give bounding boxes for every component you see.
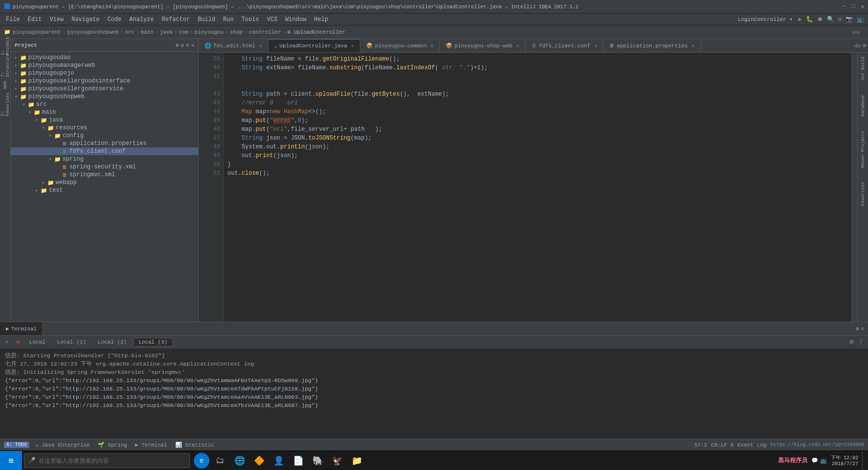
tree-item-pinyougousellergoodsservice[interactable]: ▸ 📁 pinyougousellergoodsservice xyxy=(11,85,198,93)
tree-item-test[interactable]: ▸ 📁 test xyxy=(11,186,198,194)
minimize-button[interactable]: ─ xyxy=(843,3,846,10)
tree-item-pinyougoumanagerweb[interactable]: ▸ 📁 pinyougoumanagerweb xyxy=(11,61,198,69)
project-tool-icon[interactable]: 1: Project xyxy=(0,41,10,51)
taskbar-search-input[interactable] xyxy=(39,457,186,464)
menu-refactor[interactable]: Refactor xyxy=(158,15,194,24)
web-tool-icon[interactable]: Web xyxy=(0,80,10,90)
tree-item-application-properties[interactable]: ▸ 🗎 application.properties xyxy=(11,140,198,147)
tree-item-fdfs-client-conf[interactable]: ▸ 🗎 fdfs_client.conf xyxy=(11,147,198,155)
menu-tools[interactable]: Tools xyxy=(238,15,263,24)
database-label[interactable]: Database xyxy=(860,93,867,118)
tree-item-pinyougoudao[interactable]: ▸ 📁 pinyougoudao xyxy=(11,54,198,61)
menu-view[interactable]: View xyxy=(46,15,68,24)
tab-menu-btn[interactable]: ≡ xyxy=(863,42,866,49)
menu-code[interactable]: Code xyxy=(103,15,125,24)
todo-status[interactable]: 6: TODO xyxy=(4,442,29,448)
toolbar-record-btn[interactable]: ⏺ xyxy=(815,16,825,23)
terminal-tab[interactable]: ▶ Terminal xyxy=(0,322,43,335)
taskbar-app-chrome[interactable]: 🌐 xyxy=(231,452,248,470)
toolbar-debug-btn[interactable]: 🐛 xyxy=(804,16,815,23)
breadcrumb-part-2[interactable]: pinyougoushopweb xyxy=(67,29,119,35)
tab-pinyougou-common[interactable]: 📦 pinyougou-common ✕ xyxy=(360,39,440,52)
term-add-btn[interactable]: + xyxy=(2,337,12,347)
tree-item-src[interactable]: ▾ 📁 src xyxy=(11,101,198,108)
tree-item-springmvc[interactable]: ▸ 🗎 springmvc.xml xyxy=(11,171,198,179)
breadcrumb-nav-right[interactable]: ▷ xyxy=(857,29,860,35)
tree-item-pinyougoushopweb[interactable]: ▾ 📁 pinyougoushopweb xyxy=(11,93,198,101)
ant-build-label[interactable]: Ant Build xyxy=(860,55,867,82)
toolbar-camera-btn[interactable]: 📷 xyxy=(844,16,855,23)
panel-collapse-icon[interactable]: ≡ xyxy=(186,42,189,48)
tree-item-spring-security[interactable]: ▸ 🗎 spring-security.xml xyxy=(11,163,198,171)
structure-tool-icon[interactable]: 7: Structure xyxy=(0,61,10,70)
menu-run[interactable]: Run xyxy=(219,15,238,24)
panel-close-icon[interactable]: ✕ xyxy=(191,42,194,48)
favorites-tool-icon[interactable]: 2: Favorites xyxy=(0,100,10,109)
toolbar-bilibili-btn[interactable]: 📺 xyxy=(855,16,866,23)
tab-application-properties[interactable]: 🗎 application.properties ✕ xyxy=(603,39,701,52)
tree-item-webapp[interactable]: ▸ 📁 webapp xyxy=(11,179,198,186)
tab-fdfs-client-conf[interactable]: 🗎 fdfs_client.conf ✕ xyxy=(526,39,604,52)
tray-chat-icon[interactable]: 💬 xyxy=(811,457,818,464)
menu-analyze[interactable]: Analyze xyxy=(125,15,158,24)
show-desktop-btn[interactable] xyxy=(862,452,864,470)
breadcrumb-part-8[interactable]: shop xyxy=(230,29,243,35)
taskbar-app-file-explorer[interactable]: 🗂 xyxy=(211,452,229,470)
menu-navigate[interactable]: Navigate xyxy=(67,15,103,24)
breadcrumb-nav-left[interactable]: ◁ xyxy=(852,29,855,35)
tab-pinyougou-shop-web[interactable]: 📦 pinyougou-shop-web ✕ xyxy=(440,39,526,52)
term-tab-local-2[interactable]: Local (2) xyxy=(92,338,132,347)
close-button[interactable]: ✕ xyxy=(861,3,864,10)
terminal-download-btn[interactable]: ⬇ xyxy=(861,326,864,332)
breadcrumb-part-1[interactable]: pinyougouparent xyxy=(13,29,61,35)
taskbar-app-app6[interactable]: 🦅 xyxy=(329,452,346,470)
term-tab-local-1[interactable]: Local (1) xyxy=(52,338,91,347)
taskbar-app-app3[interactable]: 🔶 xyxy=(250,452,268,470)
favorites-label[interactable]: Favorites xyxy=(860,180,867,208)
spring-status[interactable]: 🌱 Spring xyxy=(96,442,129,448)
taskbar-search-box[interactable]: 🎤 xyxy=(24,453,190,468)
tab-scroll-left[interactable]: ◁ xyxy=(853,42,857,49)
term-tab-local-3[interactable]: Local (3) xyxy=(133,338,173,347)
term-tab-local[interactable]: Local xyxy=(24,338,51,347)
menu-file[interactable]: File xyxy=(2,15,24,24)
toolbar-run-btn[interactable]: ▶ xyxy=(797,16,804,23)
taskbar-app-app4[interactable]: 👤 xyxy=(270,452,288,470)
breadcrumb-part-7[interactable]: pinyougou xyxy=(195,29,224,35)
tree-item-java[interactable]: ▾ 📁 java xyxy=(11,116,198,124)
statistic-status[interactable]: 📊 Statistic xyxy=(173,442,216,448)
code-content[interactable]: String fileName = file.getOriginalFilena… xyxy=(224,53,851,322)
scroll-track[interactable] xyxy=(851,53,857,322)
taskbar-app-folder[interactable]: 📁 xyxy=(348,452,366,470)
taskbar-app-ie[interactable]: e xyxy=(194,453,209,469)
taskbar-app-elephant[interactable]: 🐘 xyxy=(309,452,327,470)
term-menu-icon[interactable]: ⋮ xyxy=(858,338,864,346)
terminal-status[interactable]: ▶ Terminal xyxy=(133,442,169,448)
event-log-btn[interactable]: Event Log xyxy=(738,442,766,448)
terminal-content[interactable]: 信息: Starting ProtocolHandler ["http-bio-… xyxy=(0,348,868,439)
terminal-settings-btn[interactable]: ⚙ xyxy=(856,326,859,332)
breadcrumb-part-5[interactable]: java xyxy=(160,29,172,35)
toolbar-run-config[interactable]: LoginController ▾ xyxy=(734,16,796,22)
tab-fds-edit-html[interactable]: 🌐 fds_edit.html ✕ xyxy=(199,39,269,52)
start-button[interactable]: ⊞ xyxy=(0,451,22,470)
toolbar-search-btn[interactable]: 🔍 xyxy=(825,16,836,23)
menu-window[interactable]: Window xyxy=(281,15,310,24)
tray-bilibili-icon[interactable]: 📺 xyxy=(820,457,827,464)
panel-sync-icon[interactable]: ↺ xyxy=(181,42,184,48)
tab-scroll-right[interactable]: ▷ xyxy=(858,42,862,49)
term-close-btn[interactable]: ✕ xyxy=(13,337,22,347)
menu-help[interactable]: Help xyxy=(310,15,332,24)
tree-item-pinyougoupojo[interactable]: ▸ 📁 pinyougoupojo xyxy=(11,69,198,77)
maven-projects-label[interactable]: Maven Projects xyxy=(860,129,867,170)
toolbar-settings-btn[interactable]: ⚙ xyxy=(836,16,844,23)
breadcrumb-part-6[interactable]: com xyxy=(179,29,188,35)
breadcrumb-part-10[interactable]: ⚙ UploadController xyxy=(287,29,345,35)
tab-upload-controller[interactable]: ☕ UploadController.java ✕ xyxy=(269,39,360,52)
tree-item-resources[interactable]: ▾ 📁 resources xyxy=(11,124,198,132)
java-enterprise-status[interactable]: ☕ Java Enterprise xyxy=(33,442,92,448)
breadcrumb-part-3[interactable]: src xyxy=(125,29,135,35)
tree-item-config[interactable]: ▾ 📁 config xyxy=(11,132,198,140)
tree-item-spring[interactable]: ▾ 📁 spring xyxy=(11,155,198,163)
panel-gear-icon[interactable]: ⚙ xyxy=(176,42,179,48)
